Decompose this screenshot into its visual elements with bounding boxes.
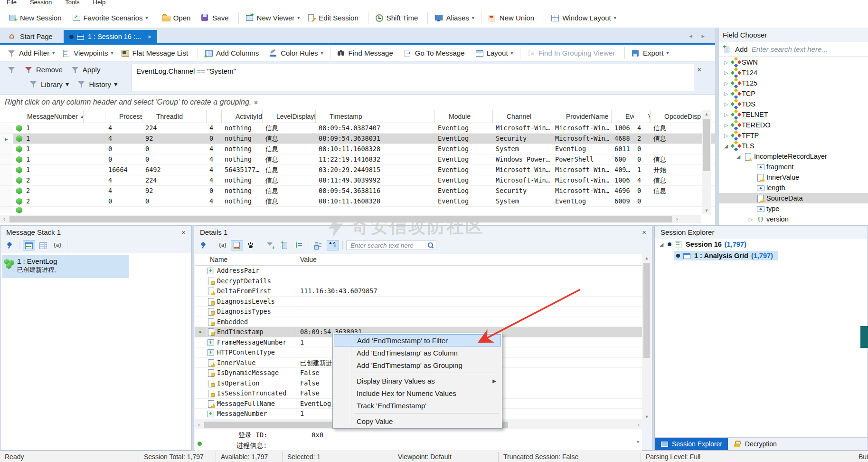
table-row[interactable]: 2 0 0 4 nothing 信息 08:10:11.1608328 Even… (0, 196, 715, 207)
add-field-button[interactable]: Add (735, 45, 748, 53)
scroll-right-icon[interactable]: › (634, 421, 643, 429)
add-column-field-button[interactable] (279, 240, 291, 250)
tab-session-16[interactable]: 1 : Session 16 :... × (64, 30, 157, 43)
grid-column-header[interactable]: ThreadId (142, 110, 207, 123)
toolbar-button[interactable]: Save (197, 12, 235, 24)
filter-query-input[interactable]: EventLog.Channel == "System" (131, 64, 694, 91)
toolbar-button[interactable]: Aliases ▾ (427, 12, 478, 24)
table-row[interactable]: 1 0 0 4 nothing 信息 11:22:19.1416832 Even… (0, 154, 715, 165)
grid-column-header[interactable] (0, 110, 13, 123)
context-menu-item[interactable]: Add 'EndTimestamp' as Grouping (334, 359, 501, 371)
field-tree-item[interactable]: SourceData (719, 193, 868, 203)
remove-filter-button[interactable]: Remove (25, 66, 63, 74)
scrollbar-thumb[interactable] (9, 216, 672, 222)
context-menu-item[interactable] (334, 371, 501, 375)
grid-column-header[interactable]: ProcessId (105, 110, 142, 123)
stack-view-button[interactable] (23, 240, 35, 250)
value-column-header[interactable]: Value (296, 254, 642, 265)
field-tree-item[interactable]: ▷ T125 (719, 78, 868, 88)
expander-icon[interactable]: ▷ (723, 80, 729, 87)
viewer-toolbar-button[interactable]: Export ▾ (624, 47, 672, 59)
grid-column-header[interactable]: Eventl (612, 110, 634, 123)
close-icon[interactable]: × (254, 99, 258, 106)
grid-column-header[interactable]: LevelDisplayNa (263, 110, 316, 123)
field-tree-item[interactable]: ▷ TCP (719, 88, 868, 99)
grid-view-button[interactable] (37, 240, 49, 250)
details-row[interactable]: Embedded (195, 317, 642, 327)
context-menu-item[interactable]: Add 'EndTimestamp' as Column (334, 346, 501, 359)
field-tree-item[interactable]: ◢ TLS (719, 141, 868, 151)
tree-view-button[interactable] (293, 240, 305, 250)
field-search-input[interactable] (752, 45, 864, 53)
viewer-toolbar-button[interactable]: Flat Message List (117, 47, 195, 59)
grid-column-header[interactable]: Timestamp (316, 110, 435, 123)
toolbar-button[interactable]: Window Layout ▾ (544, 12, 620, 24)
context-menu-item[interactable]: Track 'EndTimestamp' (334, 399, 501, 412)
menu-item[interactable]: Tools (58, 0, 86, 8)
context-menu-item[interactable]: Copy Value (334, 415, 501, 427)
group-view-button[interactable] (312, 240, 325, 250)
field-tree-item[interactable]: ▷ version (719, 214, 868, 224)
expander-icon[interactable]: ◢ (735, 154, 742, 160)
details-row[interactable]: AddressPair (195, 266, 642, 276)
expander-icon[interactable]: ▷ (723, 70, 729, 76)
details-vertical-scrollbar[interactable]: ▲ ▼ (642, 254, 651, 421)
filter-library-button[interactable]: Library ▾ (29, 80, 69, 88)
viewer-toolbar-button[interactable]: Add Columns (198, 47, 265, 59)
expander-icon[interactable]: ▷ (723, 133, 729, 139)
toolbar-button[interactable]: New Union (481, 12, 541, 24)
scroll-up-icon[interactable]: ▲ (702, 110, 711, 118)
filter-history-button[interactable]: History ▾ (77, 80, 117, 88)
toolbar-button[interactable]: Favorite Scenarios ▾ (68, 12, 152, 24)
grid-column-header[interactable]: Channel (493, 110, 552, 123)
viewer-toolbar-button[interactable]: Add Filter ▾ (4, 47, 58, 59)
details-row[interactable]: DiagnosisTypes (195, 307, 642, 317)
expander-icon[interactable]: ▷ (723, 101, 729, 107)
expander-icon[interactable]: ◢ (723, 143, 729, 149)
field-tree-item[interactable]: fragment (719, 162, 868, 172)
expander-icon[interactable]: ▷ (723, 112, 729, 118)
panel-divider[interactable] (192, 225, 194, 451)
field-tree-item[interactable]: InnerValue (719, 172, 868, 183)
scroll-left-icon[interactable]: ‹ (0, 215, 9, 223)
grid-column-header[interactable]: Vers (634, 110, 651, 123)
menu-item[interactable]: Session (23, 0, 58, 8)
grid-column-header[interactable]: MessageNumber ▲ (13, 110, 84, 123)
context-menu-item[interactable] (334, 412, 501, 415)
expander-icon[interactable]: ◢ (658, 241, 665, 248)
grid-column-header[interactable]: ActivityId (222, 110, 263, 123)
viewer-toolbar-button[interactable]: Find Message (330, 47, 400, 59)
add-filter-field-button[interactable] (264, 240, 277, 250)
panel-divider[interactable] (652, 225, 654, 451)
menu-item[interactable]: Help (86, 0, 113, 8)
scroll-down-icon[interactable]: ▼ (702, 207, 711, 214)
field-tree-item[interactable]: type (719, 203, 868, 214)
field-tree-item[interactable]: ▷ TFTP (719, 130, 868, 141)
details-search-input[interactable] (346, 241, 436, 250)
table-row[interactable]: 2 4 224 4 nothing 信息 08:11:49.3039992 Ev… (0, 175, 715, 186)
pin-button[interactable] (3, 240, 16, 250)
scroll-right-icon[interactable]: › (673, 215, 681, 223)
viewer-toolbar-button[interactable]: Find In Grouping Viewer (520, 47, 622, 59)
expander-icon[interactable]: ▷ (723, 91, 729, 97)
scroll-up-icon[interactable]: ▲ (642, 254, 651, 262)
grid-column-header[interactable]: OpcodeDisplay (651, 110, 701, 123)
close-icon[interactable]: × (642, 228, 646, 236)
scroll-down-icon[interactable]: ▼ (642, 413, 651, 421)
raw-view-button[interactable] (51, 240, 64, 250)
scroll-left-icon[interactable]: ‹ (195, 421, 203, 429)
message-stack-item[interactable]: 1 : EventLog 已创建新进程。 (2, 255, 129, 278)
panel-divider[interactable] (715, 28, 717, 225)
field-tree-item[interactable]: ▷ SWN (719, 57, 868, 67)
context-menu-item[interactable]: Include Hex for Numeric Values (334, 387, 501, 399)
close-icon[interactable]: × (181, 228, 186, 236)
field-tree-item[interactable]: ▷ TDS (719, 99, 868, 109)
viewer-toolbar-button[interactable]: Color Rules ▾ (265, 47, 327, 59)
tab-session-explorer[interactable]: Session Explorer (655, 438, 728, 450)
field-tree-item[interactable]: ▷ T124 (719, 67, 868, 78)
session-tree-root[interactable]: ◢ Session 16 (1,797) (655, 239, 867, 250)
details-row[interactable]: DecryptDetails (195, 276, 642, 287)
close-icon[interactable]: × (697, 66, 701, 74)
friendly-view-button[interactable] (231, 240, 243, 250)
sort-alpha-button[interactable] (327, 240, 339, 250)
